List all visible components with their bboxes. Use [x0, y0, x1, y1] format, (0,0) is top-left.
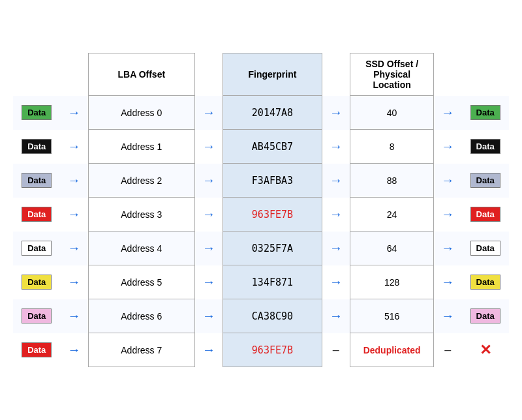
fingerprint-row-2: F3AFBA3	[223, 164, 322, 198]
address-row-5: Address 5	[88, 265, 194, 299]
ssd-row-6: 516	[350, 299, 433, 333]
ssd-row-4: 64	[350, 232, 433, 265]
arrow-mid1-row-1: →	[194, 130, 223, 164]
fingerprint-row-7: 963FE7B	[223, 333, 322, 367]
ssd-row-0: 40	[350, 96, 433, 130]
badge-left-label-row-5: Data	[22, 275, 52, 290]
ssd-row-7: Deduplicated	[350, 333, 433, 367]
arrow-mid1-row-4: →	[194, 232, 223, 265]
arrow-right-row-2: →	[434, 164, 462, 198]
badge-left-row-0: Data	[13, 96, 61, 130]
arrow-left-row-4: →	[61, 232, 89, 265]
fingerprint-row-4: 0325F7A	[223, 232, 322, 265]
arrow-mid1-row-3: →	[194, 198, 223, 232]
arrow-mid1-row-5: →	[194, 265, 223, 299]
arrow-left-row-7: →	[61, 333, 89, 367]
arrow-right-row-4: →	[434, 232, 462, 265]
arrow-right-row-7: –	[434, 333, 462, 367]
arrow-mid1-row-6: →	[194, 299, 223, 333]
badge-right-label-row-0: Data	[470, 105, 500, 120]
address-row-1: Address 1	[88, 130, 194, 164]
badge-right-label-row-1: Data	[470, 139, 500, 154]
arrow-mid1-row-0: →	[194, 96, 223, 130]
address-row-3: Address 3	[88, 198, 194, 232]
arrow-left-row-0: →	[61, 96, 89, 130]
badge-left-row-2: Data	[13, 164, 61, 198]
arrow-mid2-row-4: →	[322, 232, 350, 265]
badge-left-label-row-1: Data	[22, 139, 52, 154]
arrow-right-row-5: →	[434, 265, 462, 299]
arrow-left-row-5: →	[61, 265, 89, 299]
empty-arrow-header2	[194, 53, 223, 96]
badge-left-label-row-7: Data	[22, 342, 52, 357]
address-row-6: Address 6	[88, 299, 194, 333]
badge-right-label-row-3: Data	[470, 207, 500, 222]
fingerprint-row-3: 963FE7B	[223, 198, 322, 232]
arrow-right-row-1: →	[434, 130, 462, 164]
ssd-row-2: 88	[350, 164, 433, 198]
badge-left-label-row-2: Data	[22, 173, 52, 188]
arrow-mid1-row-2: →	[194, 164, 223, 198]
arrow-left-row-1: →	[61, 130, 89, 164]
fingerprint-row-5: 134F871	[223, 265, 322, 299]
arrow-mid2-row-7: –	[322, 333, 350, 367]
badge-right-row-6: Data	[461, 299, 509, 333]
badge-right-label-row-5: Data	[470, 275, 500, 290]
badge-right-row-0: Data	[461, 96, 509, 130]
badge-left-label-row-4: Data	[22, 241, 52, 256]
header-ssd: SSD Offset / Physical Location	[350, 53, 433, 96]
arrow-mid2-row-5: →	[322, 265, 350, 299]
badge-right-row-4: Data	[461, 232, 509, 265]
fingerprint-row-6: CA38C90	[223, 299, 322, 333]
empty-header-left	[13, 53, 61, 96]
arrow-mid2-row-2: →	[322, 164, 350, 198]
ssd-row-1: 8	[350, 130, 433, 164]
arrow-right-row-6: →	[434, 299, 462, 333]
badge-right-label-row-2: Data	[470, 173, 500, 188]
address-row-4: Address 4	[88, 232, 194, 265]
arrow-mid1-row-7: →	[194, 333, 223, 367]
arrow-mid2-row-0: →	[322, 96, 350, 130]
badge-right-row-7: ✕	[461, 333, 509, 367]
header-lba: LBA Offset	[88, 53, 194, 96]
address-row-2: Address 2	[88, 164, 194, 198]
arrow-left-row-3: →	[61, 198, 89, 232]
empty-header-right	[461, 53, 509, 96]
badge-right-label-row-6: Data	[470, 308, 500, 323]
badge-right-row-1: Data	[461, 130, 509, 164]
badge-right-row-2: Data	[461, 164, 509, 198]
arrow-left-row-2: →	[61, 164, 89, 198]
badge-left-row-4: Data	[13, 232, 61, 265]
badge-left-label-row-3: Data	[22, 207, 52, 222]
badge-left-row-1: Data	[13, 130, 61, 164]
badge-left-row-3: Data	[13, 198, 61, 232]
diagram: LBA Offset Fingerprint SSD Offset / Phys…	[13, 53, 509, 367]
address-row-0: Address 0	[88, 96, 194, 130]
badge-right-row-3: Data	[461, 198, 509, 232]
badge-left-label-row-0: Data	[22, 105, 52, 120]
arrow-mid2-row-1: →	[322, 130, 350, 164]
badge-left-label-row-6: Data	[22, 308, 52, 323]
ssd-row-5: 128	[350, 265, 433, 299]
arrow-right-row-0: →	[434, 96, 462, 130]
fingerprint-row-0: 20147A8	[223, 96, 322, 130]
empty-arrow-header4	[434, 53, 462, 96]
arrow-mid2-row-6: →	[322, 299, 350, 333]
badge-left-row-7: Data	[13, 333, 61, 367]
badge-left-row-6: Data	[13, 299, 61, 333]
fingerprint-row-1: AB45CB7	[223, 130, 322, 164]
badge-right-row-5: Data	[461, 265, 509, 299]
arrow-right-row-3: →	[434, 198, 462, 232]
badge-left-row-5: Data	[13, 265, 61, 299]
ssd-row-3: 24	[350, 198, 433, 232]
address-row-7: Address 7	[88, 333, 194, 367]
empty-arrow-header3	[322, 53, 350, 96]
arrow-mid2-row-3: →	[322, 198, 350, 232]
main-table: LBA Offset Fingerprint SSD Offset / Phys…	[13, 53, 509, 367]
cross-icon-row-7: ✕	[480, 342, 491, 358]
badge-right-label-row-4: Data	[470, 241, 500, 256]
empty-arrow-header	[61, 53, 89, 96]
header-fingerprint: Fingerprint	[223, 53, 322, 96]
arrow-left-row-6: →	[61, 299, 89, 333]
